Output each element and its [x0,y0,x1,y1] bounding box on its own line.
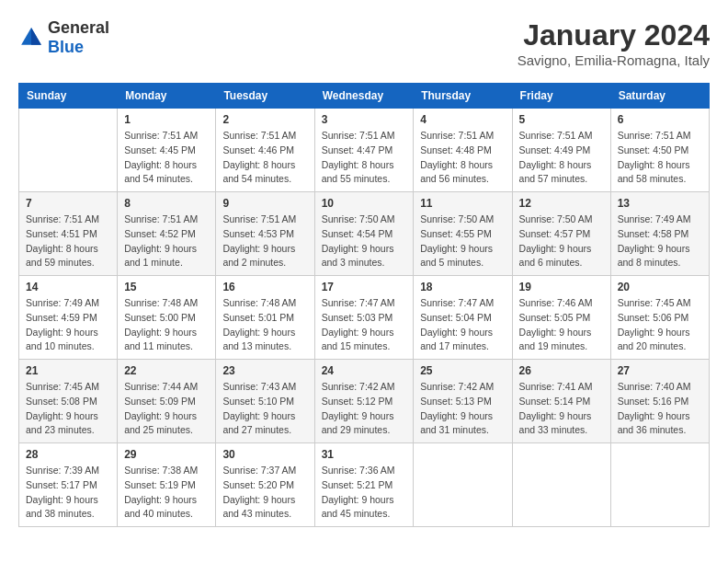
day-info: Sunrise: 7:51 AMSunset: 4:46 PMDaylight:… [222,129,307,187]
calendar-cell: 14Sunrise: 7:49 AMSunset: 4:59 PMDayligh… [19,276,118,360]
calendar-cell: 25Sunrise: 7:42 AMSunset: 5:13 PMDayligh… [414,360,512,443]
calendar-cell: 9Sunrise: 7:51 AMSunset: 4:53 PMDaylight… [216,192,314,276]
calendar-cell: 4Sunrise: 7:51 AMSunset: 4:48 PMDaylight… [414,109,512,192]
calendar-cell [19,109,118,192]
calendar-table: SundayMondayTuesdayWednesdayThursdayFrid… [18,83,710,527]
day-number: 7 [26,197,110,210]
day-info: Sunrise: 7:50 AMSunset: 4:57 PMDaylight:… [519,213,604,270]
day-info: Sunrise: 7:39 AMSunset: 5:17 PMDaylight:… [26,464,110,522]
calendar-cell: 26Sunrise: 7:41 AMSunset: 5:14 PMDayligh… [512,360,610,443]
day-info: Sunrise: 7:38 AMSunset: 5:19 PMDaylight:… [124,464,209,522]
day-number: 24 [322,364,407,377]
day-number: 27 [618,364,702,377]
day-number: 6 [618,113,702,126]
day-info: Sunrise: 7:50 AMSunset: 4:55 PMDaylight:… [420,213,505,270]
day-info: Sunrise: 7:43 AMSunset: 5:10 PMDaylight:… [222,380,307,438]
day-info: Sunrise: 7:49 AMSunset: 4:58 PMDaylight:… [618,213,702,270]
calendar-cell: 30Sunrise: 7:37 AMSunset: 5:20 PMDayligh… [216,443,314,527]
page-header: General Blue January 2024 Savigno, Emili… [18,18,710,68]
weekday-header-thursday: Thursday [414,84,512,109]
day-info: Sunrise: 7:48 AMSunset: 5:01 PMDaylight:… [222,296,307,354]
calendar-cell: 24Sunrise: 7:42 AMSunset: 5:12 PMDayligh… [314,360,414,443]
calendar-cell: 22Sunrise: 7:44 AMSunset: 5:09 PMDayligh… [118,360,216,443]
calendar-cell: 15Sunrise: 7:48 AMSunset: 5:00 PMDayligh… [118,276,216,360]
calendar-cell: 3Sunrise: 7:51 AMSunset: 4:47 PMDaylight… [314,109,414,192]
day-number: 19 [519,281,604,293]
day-number: 1 [124,113,209,126]
calendar-cell: 12Sunrise: 7:50 AMSunset: 4:57 PMDayligh… [512,192,610,276]
calendar-cell: 29Sunrise: 7:38 AMSunset: 5:19 PMDayligh… [118,443,216,527]
calendar-cell: 6Sunrise: 7:51 AMSunset: 4:50 PMDaylight… [610,109,709,192]
month-year-title: January 2024 [518,18,710,52]
calendar-cell [512,443,610,527]
calendar-cell: 1Sunrise: 7:51 AMSunset: 4:45 PMDaylight… [118,109,216,192]
calendar-cell: 20Sunrise: 7:45 AMSunset: 5:06 PMDayligh… [610,276,709,360]
day-info: Sunrise: 7:44 AMSunset: 5:09 PMDaylight:… [124,380,209,438]
calendar-cell: 28Sunrise: 7:39 AMSunset: 5:17 PMDayligh… [19,443,118,527]
day-info: Sunrise: 7:50 AMSunset: 4:54 PMDaylight:… [322,213,407,270]
weekday-header-tuesday: Tuesday [216,84,314,109]
calendar-cell: 8Sunrise: 7:51 AMSunset: 4:52 PMDaylight… [118,192,216,276]
calendar-cell: 27Sunrise: 7:40 AMSunset: 5:16 PMDayligh… [610,360,709,443]
day-number: 28 [26,448,110,461]
location-subtitle: Savigno, Emilia-Romagna, Italy [518,52,710,68]
calendar-week-row: 14Sunrise: 7:49 AMSunset: 4:59 PMDayligh… [19,276,710,360]
day-number: 4 [420,113,505,126]
day-info: Sunrise: 7:51 AMSunset: 4:51 PMDaylight:… [26,213,110,270]
svg-marker-1 [31,28,41,45]
calendar-cell: 16Sunrise: 7:48 AMSunset: 5:01 PMDayligh… [216,276,314,360]
day-number: 16 [222,281,307,293]
title-block: January 2024 Savigno, Emilia-Romagna, It… [518,18,710,68]
calendar-week-row: 1Sunrise: 7:51 AMSunset: 4:45 PMDaylight… [19,109,710,192]
day-info: Sunrise: 7:40 AMSunset: 5:16 PMDaylight:… [618,380,702,438]
calendar-cell: 10Sunrise: 7:50 AMSunset: 4:54 PMDayligh… [314,192,414,276]
calendar-cell: 18Sunrise: 7:47 AMSunset: 5:04 PMDayligh… [414,276,512,360]
logo-general-text: General [48,18,109,37]
day-number: 3 [322,113,407,126]
day-number: 12 [519,197,604,210]
calendar-cell: 17Sunrise: 7:47 AMSunset: 5:03 PMDayligh… [314,276,414,360]
logo-icon [18,25,44,51]
day-number: 30 [222,448,307,461]
weekday-header-saturday: Saturday [610,84,709,109]
day-number: 26 [519,364,604,377]
day-number: 13 [618,197,702,210]
calendar-cell: 19Sunrise: 7:46 AMSunset: 5:05 PMDayligh… [512,276,610,360]
day-info: Sunrise: 7:51 AMSunset: 4:47 PMDaylight:… [322,129,407,187]
day-info: Sunrise: 7:45 AMSunset: 5:08 PMDaylight:… [26,380,110,438]
day-number: 8 [124,197,209,210]
day-number: 15 [124,281,209,293]
day-info: Sunrise: 7:41 AMSunset: 5:14 PMDaylight:… [519,380,604,438]
calendar-cell: 5Sunrise: 7:51 AMSunset: 4:49 PMDaylight… [512,109,610,192]
calendar-cell: 13Sunrise: 7:49 AMSunset: 4:58 PMDayligh… [610,192,709,276]
calendar-week-row: 28Sunrise: 7:39 AMSunset: 5:17 PMDayligh… [19,443,710,527]
day-info: Sunrise: 7:49 AMSunset: 4:59 PMDaylight:… [26,296,110,354]
day-info: Sunrise: 7:51 AMSunset: 4:49 PMDaylight:… [519,129,604,187]
day-info: Sunrise: 7:51 AMSunset: 4:48 PMDaylight:… [420,129,505,187]
day-info: Sunrise: 7:37 AMSunset: 5:20 PMDaylight:… [222,464,307,522]
day-info: Sunrise: 7:42 AMSunset: 5:13 PMDaylight:… [420,380,505,438]
calendar-cell: 23Sunrise: 7:43 AMSunset: 5:10 PMDayligh… [216,360,314,443]
day-number: 25 [420,364,505,377]
day-info: Sunrise: 7:51 AMSunset: 4:52 PMDaylight:… [124,213,209,270]
day-number: 10 [322,197,407,210]
weekday-header-wednesday: Wednesday [314,84,414,109]
day-number: 21 [26,364,110,377]
day-info: Sunrise: 7:42 AMSunset: 5:12 PMDaylight:… [322,380,407,438]
weekday-header-sunday: Sunday [19,84,118,109]
day-number: 5 [519,113,604,126]
day-info: Sunrise: 7:45 AMSunset: 5:06 PMDaylight:… [618,296,702,354]
calendar-cell: 11Sunrise: 7:50 AMSunset: 4:55 PMDayligh… [414,192,512,276]
logo-blue-text: Blue [48,38,84,56]
calendar-cell: 7Sunrise: 7:51 AMSunset: 4:51 PMDaylight… [19,192,118,276]
day-number: 14 [26,281,110,293]
calendar-cell: 2Sunrise: 7:51 AMSunset: 4:46 PMDaylight… [216,109,314,192]
weekday-header-friday: Friday [512,84,610,109]
day-number: 18 [420,281,505,293]
calendar-week-row: 21Sunrise: 7:45 AMSunset: 5:08 PMDayligh… [19,360,710,443]
calendar-cell [610,443,709,527]
day-info: Sunrise: 7:51 AMSunset: 4:50 PMDaylight:… [618,129,702,187]
day-info: Sunrise: 7:48 AMSunset: 5:00 PMDaylight:… [124,296,209,354]
day-info: Sunrise: 7:47 AMSunset: 5:03 PMDaylight:… [322,296,407,354]
day-number: 29 [124,448,209,461]
